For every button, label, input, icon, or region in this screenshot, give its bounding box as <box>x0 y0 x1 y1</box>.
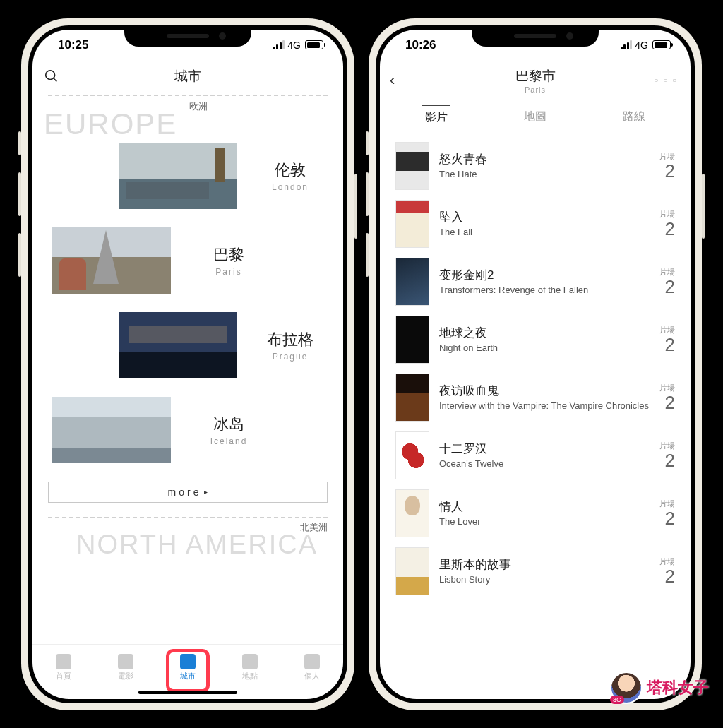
movie-row[interactable]: 里斯本的故事Lisbon Story片場2 <box>395 542 675 600</box>
signal-icon <box>273 40 285 49</box>
movie-title-cn: 里斯本的故事 <box>439 556 650 573</box>
tab-home[interactable]: 首頁 <box>42 654 85 681</box>
movie-row[interactable]: 情人The Lover片場2 <box>395 484 675 542</box>
tab-bar: 首頁電影城市地點個人 <box>32 644 343 699</box>
phone-right: 10:26 4G ‹ 巴黎市 Paris ○ ○ ○ 影片地圖路線 怒 <box>369 18 702 710</box>
movie-row[interactable]: 十二罗汉Ocean's Twelve片場2 <box>395 426 675 484</box>
tab-city[interactable]: 城市 <box>167 654 209 681</box>
pin-icon <box>242 654 258 669</box>
segment-tabs: 影片地圖路線 <box>380 100 691 134</box>
city-name-cn: 冰岛 <box>186 414 271 435</box>
divider <box>48 95 328 96</box>
page-title: 城市 <box>174 67 201 85</box>
movie-poster <box>395 547 429 595</box>
battery-icon <box>652 40 671 49</box>
count-value: 2 <box>659 335 675 354</box>
movie-list[interactable]: 怒火青春The Hate片場2坠入The Fall片場2变形金刚2Transfo… <box>380 134 691 699</box>
city-label: 冰岛Iceland <box>186 414 271 446</box>
nav-bar: 城市 <box>32 61 343 92</box>
movie-title-en: Night on Earth <box>439 342 650 354</box>
watermark: 塔科女子 <box>610 672 709 704</box>
tab-film[interactable]: 電影 <box>104 654 147 681</box>
more-icon[interactable]: ○ ○ ○ <box>654 76 678 84</box>
count-value: 2 <box>659 393 675 412</box>
svg-point-0 <box>46 70 55 79</box>
city-row[interactable]: 冰岛Iceland <box>48 397 328 463</box>
movie-row[interactable]: 地球之夜Night on Earth片場2 <box>395 311 675 369</box>
movie-title-en: The Lover <box>439 516 650 527</box>
movie-row[interactable]: 变形金刚2Transformers: Revenge of the Fallen… <box>395 253 675 311</box>
hw-button-power <box>354 174 357 239</box>
svg-line-1 <box>54 78 57 81</box>
city-name-en: Paris <box>186 267 271 277</box>
section-cn: 欧洲 <box>189 100 208 113</box>
city-thumbnail <box>119 312 237 378</box>
city-thumbnail <box>52 227 171 294</box>
notch <box>472 25 599 47</box>
watermark-text: 塔科女子 <box>647 677 709 698</box>
city-name-en: London <box>253 182 328 192</box>
movie-poster <box>395 142 429 190</box>
movie-title-cn: 怒火青春 <box>439 151 650 167</box>
hw-buttons-left <box>18 131 21 277</box>
segment-tab[interactable]: 地圖 <box>521 105 549 129</box>
movie-title-cn: 坠入 <box>439 209 650 225</box>
section-header-europe: 欧洲 EUROPE <box>48 99 328 143</box>
movie-poster <box>395 374 429 422</box>
hw-buttons-left <box>366 131 369 277</box>
segment-tab[interactable]: 影片 <box>422 105 450 129</box>
tab-label: 地點 <box>242 671 258 681</box>
movie-title-cn: 地球之夜 <box>439 325 650 341</box>
segment-tab[interactable]: 路線 <box>620 105 648 129</box>
city-label: 布拉格Prague <box>253 329 328 362</box>
city-row[interactable]: 布拉格Prague <box>48 312 328 378</box>
more-label: more <box>168 487 202 498</box>
phone-left: 10:25 4G 城市 欧洲 EUROPE 伦敦Lon <box>21 18 354 710</box>
movie-poster <box>395 489 429 537</box>
movie-row[interactable]: 坠入The Fall片場2 <box>395 195 675 253</box>
tab-label: 個人 <box>304 671 320 681</box>
movie-title-en: The Fall <box>439 227 650 238</box>
movie-poster <box>395 316 429 364</box>
home-indicator[interactable] <box>138 691 237 694</box>
section-en: NORTH AMERICA <box>76 530 318 560</box>
section-en: EUROPE <box>44 107 177 141</box>
count-value: 2 <box>659 162 675 180</box>
tab-label: 城市 <box>180 671 196 681</box>
movie-row[interactable]: 夜访吸血鬼Interview with the Vampire: The Vam… <box>395 369 675 426</box>
movie-title-cn: 情人 <box>439 499 650 515</box>
notch <box>124 25 251 47</box>
city-row[interactable]: 巴黎Paris <box>48 227 328 294</box>
city-name-en: Prague <box>253 352 328 362</box>
city-thumbnail <box>52 397 171 463</box>
tab-pin[interactable]: 地點 <box>229 654 271 681</box>
tab-profile[interactable]: 個人 <box>291 654 333 681</box>
movie-title-cn: 变形金刚2 <box>439 267 650 283</box>
city-name-cn: 伦敦 <box>253 160 328 181</box>
count-value: 2 <box>659 220 675 238</box>
movie-poster <box>395 431 429 479</box>
network-label: 4G <box>287 40 301 51</box>
status-time: 10:25 <box>58 38 88 52</box>
hw-button-power <box>702 174 705 239</box>
tab-label: 首頁 <box>56 671 71 681</box>
movie-row[interactable]: 怒火青春The Hate片場2 <box>395 137 675 195</box>
movie-poster <box>395 258 429 306</box>
city-name-en: Iceland <box>186 436 271 446</box>
movie-poster <box>395 200 429 248</box>
city-row[interactable]: 伦敦London <box>48 143 328 209</box>
page-title: 巴黎市 <box>515 67 556 85</box>
back-button[interactable]: ‹ <box>390 71 395 90</box>
signal-icon <box>621 40 633 49</box>
city-name-cn: 布拉格 <box>253 329 328 350</box>
movie-title-cn: 夜访吸血鬼 <box>439 383 650 399</box>
search-icon[interactable] <box>44 68 59 84</box>
more-button[interactable]: more <box>48 482 328 503</box>
home-icon <box>56 654 71 669</box>
movie-title-en: Interview with the Vampire: The Vampire … <box>439 400 650 412</box>
cities-scroll[interactable]: 欧洲 EUROPE 伦敦London巴黎Paris布拉格Prague冰岛Icel… <box>32 92 343 644</box>
movie-title-en: Ocean's Twelve <box>439 458 650 470</box>
film-icon <box>118 654 133 669</box>
city-label: 巴黎Paris <box>186 244 271 277</box>
divider <box>48 517 328 518</box>
